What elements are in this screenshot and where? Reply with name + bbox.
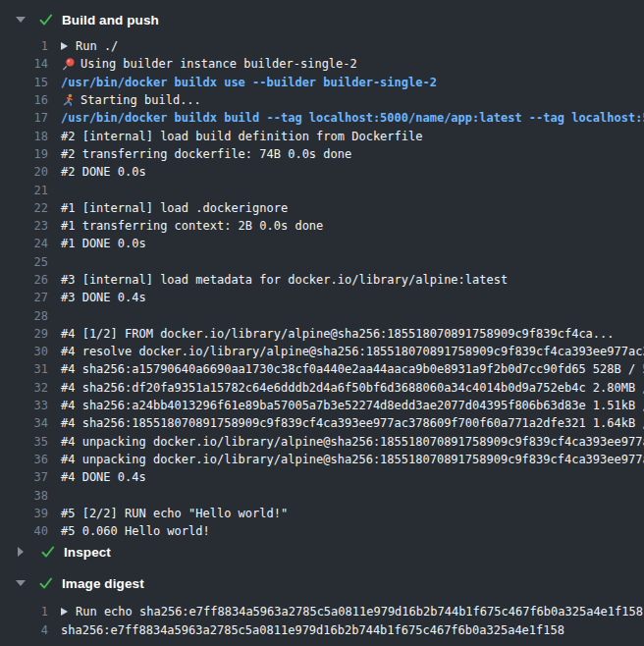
line-number[interactable]: 22 [0, 201, 48, 215]
play-toggle-icon[interactable] [61, 42, 68, 50]
line-number[interactable]: 21 [0, 184, 48, 197]
line-number[interactable]: 1 [0, 39, 48, 53]
log-line: 25 [0, 253, 644, 271]
log-line: 24#1 DONE 0.0s [0, 235, 644, 252]
pushpin-icon [61, 57, 76, 72]
log-line: 30#4 resolve docker.io/library/alpine@sh… [0, 343, 644, 360]
line-text: #4 sha256:a24bb4013296f61e89ba57005a7b3e… [61, 399, 644, 412]
line-number[interactable]: 29 [0, 327, 48, 341]
line-number[interactable]: 33 [0, 399, 48, 412]
line-number[interactable]: 20 [0, 165, 48, 179]
line-number[interactable]: 1 [0, 605, 48, 619]
line-number[interactable]: 28 [0, 309, 48, 323]
line-text-content: #3 [internal] load metadata for docker.i… [61, 273, 508, 287]
log-line: 35#4 unpacking docker.io/library/alpine@… [0, 433, 644, 451]
line-text-content: #4 [1/2] FROM docker.io/library/alpine@s… [61, 327, 615, 341]
log-line: 14Using builder instance builder-single-… [0, 55, 644, 73]
line-number[interactable]: 38 [0, 489, 48, 503]
play-toggle-icon[interactable] [61, 608, 68, 616]
log-line: 16Starting build... [0, 91, 644, 109]
line-number[interactable]: 37 [0, 470, 48, 484]
line-text: #2 [internal] load build definition from… [61, 130, 422, 143]
line-number[interactable]: 19 [0, 147, 48, 161]
step-section-build-and-push: Build and push1Run ./14Using builder ins… [0, 10, 644, 540]
line-number[interactable]: 39 [0, 507, 48, 520]
log-line: 19#2 transferring dockerfile: 74B 0.0s d… [0, 145, 644, 163]
line-text-content: #4 unpacking docker.io/library/alpine@sh… [61, 435, 644, 449]
line-number[interactable]: 14 [0, 57, 48, 71]
step-section-inspect: Inspect [0, 542, 644, 562]
line-number[interactable]: 16 [0, 93, 48, 107]
log-line: 29#4 [1/2] FROM docker.io/library/alpine… [0, 325, 644, 343]
check-icon [38, 575, 54, 591]
step-header-build-and-push[interactable]: Build and push [0, 10, 644, 29]
line-text: Run ./ [61, 39, 118, 53]
line-text: Using builder instance builder-single-2 [61, 57, 357, 72]
line-number[interactable]: 26 [0, 273, 48, 287]
line-text: #4 DONE 0.4s [61, 470, 146, 484]
line-text-content: #5 0.060 Hello world! [61, 524, 210, 538]
line-number[interactable]: 24 [0, 237, 48, 250]
line-text: #4 sha256:df20fa9351a15782c64e6dddb2d4a6… [61, 381, 644, 395]
chevron-down-icon[interactable] [16, 580, 26, 586]
line-text-content: #4 sha256:a15790640a6690aa1730c38cf0a440… [61, 362, 644, 376]
log-line: 27#3 DONE 0.4s [0, 289, 644, 306]
line-text-content: #2 transferring dockerfile: 74B 0.0s don… [61, 147, 351, 161]
line-text: #1 [internal] load .dockerignore [61, 201, 288, 215]
step-log-lines: 1Run ./14Using builder instance builder-… [0, 37, 644, 540]
line-number[interactable]: 34 [0, 416, 48, 430]
line-text: #4 unpacking docker.io/library/alpine@sh… [61, 453, 644, 466]
line-text: #5 0.060 Hello world! [61, 524, 210, 538]
line-text-content: #3 DONE 0.4s [61, 291, 146, 304]
line-text-content: #1 transferring context: 2B 0.0s done [61, 219, 323, 233]
line-number[interactable]: 27 [0, 291, 48, 304]
line-text-content: #1 DONE 0.0s [61, 237, 146, 250]
line-text: /usr/bin/docker buildx use --builder bui… [61, 76, 437, 89]
log-line: 1Run ./ [0, 37, 644, 55]
line-text-content: Starting build... [80, 93, 201, 107]
line-text: sha256:e7ff8834a5963a2785c5a0811e979d16b… [61, 623, 564, 637]
line-text: #5 [2/2] RUN echo "Hello world!" [61, 507, 288, 520]
line-text-content: #4 DONE 0.4s [61, 470, 146, 484]
chevron-right-icon[interactable] [18, 547, 24, 557]
log-line: 21 [0, 181, 644, 198]
line-number[interactable]: 35 [0, 435, 48, 449]
line-number[interactable]: 15 [0, 76, 48, 89]
step-header-inspect[interactable]: Inspect [0, 542, 644, 562]
line-number[interactable]: 18 [0, 130, 48, 143]
step-title: Build and push [62, 13, 159, 27]
log-line: 38 [0, 486, 644, 504]
line-text-content: /usr/bin/docker buildx build --tag local… [61, 111, 644, 125]
line-text-content: #4 resolve docker.io/library/alpine@sha2… [61, 345, 644, 358]
log-line: 20#2 DONE 0.0s [0, 163, 644, 181]
line-number[interactable]: 31 [0, 362, 48, 376]
line-number[interactable]: 30 [0, 345, 48, 358]
line-number[interactable]: 36 [0, 453, 48, 466]
log-line: 1Run echo sha256:e7ff8834a5963a2785c5a08… [0, 603, 644, 620]
line-number[interactable]: 17 [0, 111, 48, 125]
step-title: Image digest [62, 576, 144, 591]
line-number[interactable]: 4 [0, 623, 48, 637]
log-line: 34#4 sha256:185518070891758909c9f839cf4c… [0, 414, 644, 432]
line-text: #2 transferring dockerfile: 74B 0.0s don… [61, 147, 351, 161]
line-number[interactable]: 25 [0, 255, 48, 269]
line-number[interactable]: 23 [0, 219, 48, 233]
line-text-content: Run echo sha256:e7ff8834a5963a2785c5a081… [76, 605, 643, 619]
line-text: /usr/bin/docker buildx build --tag local… [61, 111, 644, 125]
log-line: 40#5 0.060 Hello world! [0, 522, 644, 540]
log-line: 31#4 sha256:a15790640a6690aa1730c38cf0a4… [0, 360, 644, 378]
line-number[interactable]: 32 [0, 381, 48, 395]
chevron-down-icon[interactable] [16, 17, 26, 23]
check-icon [38, 12, 54, 27]
log-line: 39#5 [2/2] RUN echo "Hello world!" [0, 505, 644, 522]
line-text-content: #5 [2/2] RUN echo "Hello world!" [61, 507, 288, 520]
line-text: Run echo sha256:e7ff8834a5963a2785c5a081… [61, 605, 643, 619]
log-line: 28 [0, 306, 644, 324]
line-text: #1 DONE 0.0s [61, 237, 146, 250]
log-line: 36#4 unpacking docker.io/library/alpine@… [0, 451, 644, 468]
step-log-lines: 1Run echo sha256:e7ff8834a5963a2785c5a08… [0, 603, 644, 639]
line-number[interactable]: 40 [0, 524, 48, 538]
log-line: 26#3 [internal] load metadata for docker… [0, 271, 644, 289]
line-text-content: /usr/bin/docker buildx use --builder bui… [61, 76, 437, 89]
step-header-image-digest[interactable]: Image digest [0, 573, 644, 593]
